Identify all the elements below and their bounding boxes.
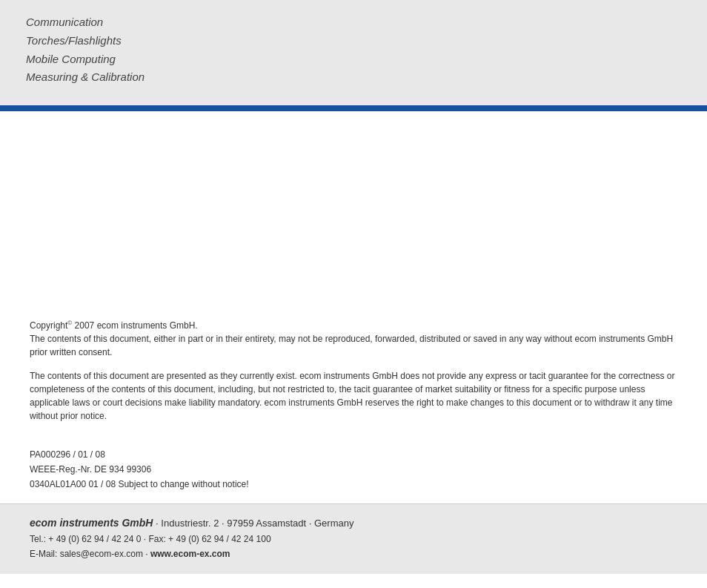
image-area — [30, 111, 677, 319]
nav-item-mobile-computing[interactable]: Mobile Computing — [26, 50, 681, 69]
main-content: Copyright© 2007 ecom instruments GmbH. T… — [0, 111, 707, 492]
footer-tel-fax-line: Tel.: + 49 (0) 62 94 / 42 24 0 · Fax: + … — [30, 532, 677, 547]
doc-info-line2: WEEE-Reg.-Nr. DE 934 99306 — [30, 463, 677, 478]
copyright-line1: Copyright© 2007 ecom instruments GmbH. — [30, 319, 677, 332]
doc-info-line3: 0340AL01A00 01 / 08 Subject to change wi… — [30, 478, 677, 492]
copyright-paragraph2: The contents of this document are presen… — [30, 369, 677, 423]
copyright-section: Copyright© 2007 ecom instruments GmbH. T… — [30, 319, 677, 448]
footer-tel: Tel.: + 49 (0) 62 94 / 42 24 0 — [30, 534, 141, 544]
nav-item-communication[interactable]: Communication — [26, 13, 681, 32]
footer-address: · Industriestr. 2 · 97959 Assamstadt · G… — [156, 518, 354, 529]
nav-item-measuring-calibration[interactable]: Measuring & Calibration — [26, 68, 681, 87]
nav-item-torches[interactable]: Torches/Flashlights — [26, 32, 681, 50]
footer-fax: · Fax: + 49 (0) 62 94 / 42 24 100 — [144, 534, 271, 544]
footer-section: ecom instruments GmbH · Industriestr. 2 … — [0, 503, 707, 573]
footer-company-name: ecom instruments GmbH — [30, 517, 153, 529]
footer-company-line: ecom instruments GmbH · Industriestr. 2 … — [30, 515, 677, 532]
header-section: Communication Torches/Flashlights Mobile… — [0, 0, 707, 105]
copyright-paragraph1: The contents of this document, either in… — [30, 332, 677, 359]
footer-email-website-line: E-Mail: sales@ecom-ex.com · www.ecom-ex.… — [30, 547, 677, 562]
doc-info-line1: PA000296 / 01 / 08 — [30, 448, 677, 463]
blue-bar-separator — [0, 105, 707, 111]
doc-info: PA000296 / 01 / 08 WEEE-Reg.-Nr. DE 934 … — [30, 448, 677, 492]
